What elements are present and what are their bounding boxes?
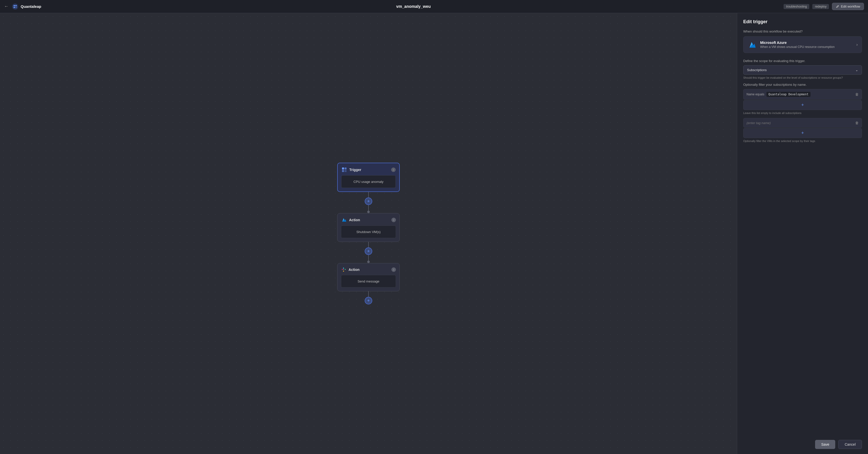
add-filter-plus-icon: + (801, 103, 804, 108)
svg-rect-6 (344, 168, 346, 170)
connector-line-1 (368, 192, 369, 198)
connector-line-3 (368, 291, 369, 297)
logo-text: Quantaleap (21, 4, 41, 8)
filter-row: Name equals Quantaleap Development 🗑 (743, 89, 862, 100)
panel-footer: Save Cancel (743, 436, 862, 454)
trigger-node-title: Trigger (349, 168, 389, 172)
add-filter-button[interactable]: + (743, 100, 862, 110)
azure-logo-icon (747, 40, 756, 49)
main-content: Trigger i CPU usage anomaly + (0, 13, 868, 454)
svg-rect-3 (13, 7, 15, 8)
troubleshooting-badge[interactable]: troubleshooting (783, 4, 809, 9)
logo-area: ← Quantaleap (4, 3, 41, 10)
redeploy-badge[interactable]: redeploy (812, 4, 829, 9)
tag-name-input[interactable] (746, 121, 853, 125)
trigger-node-content: CPU usage anomaly (341, 175, 396, 188)
trigger-card-text: Microsoft Azure When a VM shows unusual … (760, 40, 853, 49)
subscriptions-dropdown[interactable]: Subscriptions ⌄ (743, 65, 862, 75)
svg-rect-11 (345, 269, 346, 270)
action2-node-header: Action i (341, 267, 396, 273)
svg-point-0 (12, 3, 18, 9)
azure-action-icon (341, 217, 347, 223)
add-node-button-2[interactable]: + (365, 248, 372, 255)
page-title: vm_anomaly_weu (46, 4, 781, 9)
filter-delete-button[interactable]: 🗑 (855, 92, 859, 96)
empty-hint: Leave this list empty to include all sub… (743, 112, 862, 114)
back-button[interactable]: ← (4, 4, 8, 9)
svg-rect-5 (342, 168, 344, 170)
trigger-node-header: Trigger i (341, 167, 396, 173)
chevron-down-icon: ⌄ (856, 68, 858, 72)
panel-title: Edit trigger (743, 19, 862, 25)
chevron-right-icon: › (857, 42, 858, 47)
action1-info-icon[interactable]: i (392, 218, 396, 222)
svg-rect-10 (343, 267, 344, 268)
svg-rect-8 (344, 170, 346, 172)
tag-hint: Optionally filter the VMs in the selecte… (743, 140, 862, 142)
trigger-icon (341, 167, 347, 173)
action1-node-header: Action i (341, 217, 396, 223)
slack-action-icon (341, 267, 346, 273)
workflow-canvas: Trigger i CPU usage anomaly + (0, 13, 737, 454)
trigger-description: When a VM shows unusual CPU resource con… (760, 45, 853, 49)
svg-rect-12 (343, 271, 344, 272)
trigger-node[interactable]: Trigger i CPU usage anomaly (337, 163, 400, 192)
connector-3: + (365, 291, 372, 305)
add-tag-button[interactable]: + (743, 128, 862, 138)
svg-rect-9 (342, 269, 343, 270)
svg-rect-4 (16, 7, 17, 8)
action1-node-title: Action (349, 218, 390, 222)
header: ← Quantaleap vm_anomaly_weu troubleshoot… (0, 0, 868, 13)
connector-dot-1 (367, 210, 370, 213)
quantaleap-logo-icon (11, 3, 19, 10)
svg-rect-13 (343, 269, 344, 270)
define-scope-label: Define the scope for evaluating this tri… (743, 59, 862, 63)
edit-workflow-button[interactable]: Edit workflow (832, 3, 864, 10)
add-tag-plus-icon: + (801, 131, 804, 136)
tag-delete-button[interactable]: 🗑 (855, 121, 859, 125)
trigger-card[interactable]: Microsoft Azure When a VM shows unusual … (743, 36, 862, 53)
filter-label: Optionally filter your subscriptions by … (743, 83, 862, 86)
edit-icon (836, 5, 839, 8)
connector-dot-2 (367, 260, 370, 263)
right-panel: Edit trigger When should this workflow b… (737, 13, 868, 454)
dropdown-hint: Should this trigger be evaluated on the … (743, 76, 862, 79)
subscriptions-label: Subscriptions (747, 68, 767, 72)
trigger-provider: Microsoft Azure (760, 40, 853, 45)
action2-node-content: Send message (341, 275, 396, 287)
tag-input-row: 🗑 (743, 118, 862, 127)
svg-rect-7 (342, 170, 344, 172)
action1-node[interactable]: Action i Shutdown VM(s) (337, 213, 400, 242)
action2-node[interactable]: Action i Send message (337, 263, 400, 291)
add-node-button-1[interactable]: + (365, 198, 372, 205)
connector-line-2 (368, 242, 369, 248)
trigger-info-icon[interactable]: i (391, 168, 396, 172)
filter-equals-text: Name equals (746, 92, 765, 96)
action2-info-icon[interactable]: i (392, 267, 396, 272)
action1-node-content: Shutdown VM(s) (341, 226, 396, 238)
connector-line-2b (368, 255, 369, 260)
filter-value: Quantaleap Development (767, 92, 810, 97)
connector-2: + (365, 242, 372, 263)
connector-1: + (365, 192, 372, 213)
action2-node-title: Action (348, 267, 390, 272)
when-label: When should this workflow be executed? (743, 29, 862, 33)
svg-rect-2 (16, 5, 17, 6)
save-button[interactable]: Save (815, 440, 835, 449)
workflow-nodes: Trigger i CPU usage anomaly + (337, 163, 400, 305)
add-node-button-3[interactable]: + (365, 297, 372, 305)
connector-line-1b (368, 205, 369, 210)
svg-rect-1 (13, 5, 15, 6)
cancel-button[interactable]: Cancel (838, 440, 862, 449)
